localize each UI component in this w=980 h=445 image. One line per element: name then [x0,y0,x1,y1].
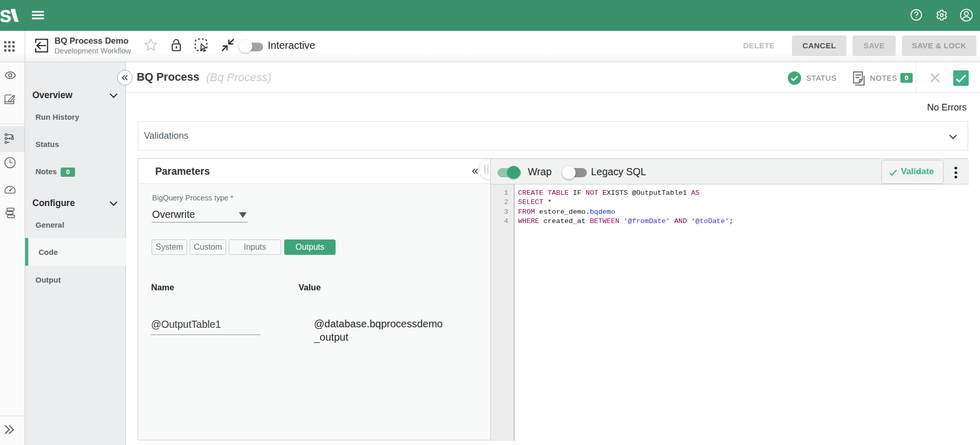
svg-text:S: S [1,7,11,24]
